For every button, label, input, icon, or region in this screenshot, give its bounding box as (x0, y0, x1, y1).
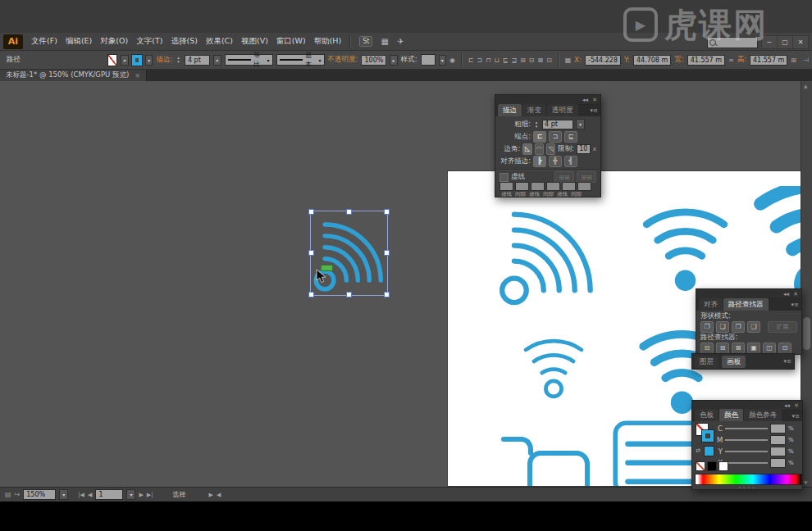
expand-button[interactable]: 扩展 (768, 321, 797, 333)
style-dropdown-icon[interactable]: ▾ (439, 55, 446, 66)
tab-layers[interactable]: 图层 (695, 356, 718, 368)
minus-front-icon[interactable]: ❏ (716, 321, 729, 333)
stroke-panel-close-icon[interactable]: ✕ (592, 97, 597, 103)
more-options-icon[interactable]: ⊞ (791, 57, 796, 64)
stroke-weight-dropdown-icon[interactable]: ▾ (213, 55, 221, 66)
menu-file[interactable]: 文件(F) (31, 36, 57, 47)
collapse-control-bar-icon[interactable]: ⊣ (803, 57, 809, 64)
align-right-icon[interactable]: ⊓ (486, 57, 490, 64)
tab-transparency[interactable]: 透明度 (547, 104, 578, 116)
color-panel-resize-grip[interactable]: •••• (692, 484, 802, 490)
tab-color-guide[interactable]: 颜色参考 (744, 409, 782, 421)
menu-edit[interactable]: 编辑(E) (66, 36, 92, 47)
width-field[interactable]: 41.557 m (687, 55, 725, 66)
exclude-icon[interactable]: ❑ (747, 321, 760, 333)
align-left-icon[interactable]: ⊏ (468, 57, 474, 64)
distribute-4-icon[interactable]: ⊡ (546, 57, 552, 64)
corner-round-icon[interactable]: ◠ (535, 143, 544, 155)
selection-handle-w[interactable] (308, 250, 314, 256)
align-center-icon[interactable]: ⊐ (477, 57, 483, 64)
scroll-up-icon[interactable]: ▲ (804, 83, 808, 88)
stroke-color-dropdown-icon[interactable]: ▾ (145, 55, 153, 66)
document-close-icon[interactable]: × (135, 72, 140, 79)
white-swatch[interactable] (718, 461, 728, 471)
status-share-icon[interactable]: ↪ (15, 491, 21, 498)
tab-color[interactable]: 颜色 (719, 409, 743, 421)
color-panel-menu-icon[interactable]: ▾≡ (792, 413, 800, 420)
weight-field[interactable]: 4 pt (542, 120, 573, 129)
menu-object[interactable]: 对象(O) (100, 36, 128, 47)
tab-align[interactable]: 对齐 (699, 298, 723, 311)
stroke-panel-menu-icon[interactable]: ▾≡ (591, 107, 598, 114)
tab-swatches[interactable]: 色板 (695, 409, 718, 421)
artboard-dropdown-icon[interactable]: ▾ (126, 489, 135, 500)
crop-icon[interactable]: ▣ (747, 343, 760, 354)
dash-align-icon[interactable]: ⊞⊞ (577, 171, 596, 183)
weight-dropdown-icon[interactable]: ▾ (576, 119, 585, 129)
first-artboard-icon[interactable]: |◀ (78, 492, 84, 498)
canvas[interactable]: ▲ ▼ (0, 81, 812, 487)
stroke-weight-stepper[interactable]: ▴▾ (176, 56, 181, 64)
distribute-1-icon[interactable]: ⊞ (520, 57, 526, 64)
channel-y-field[interactable] (770, 447, 786, 456)
last-artboard-icon[interactable]: ▶| (147, 492, 153, 498)
menu-view[interactable]: 视图(V) (241, 36, 268, 47)
cap-projecting-icon[interactable]: ⊑ (564, 131, 577, 143)
cap-round-icon[interactable]: ⊐ (549, 131, 562, 143)
cart-outline-icon[interactable] (497, 432, 591, 487)
none-swatch[interactable] (696, 461, 705, 471)
selection-handle-e[interactable] (384, 250, 390, 256)
selection-handle-sw[interactable] (308, 292, 314, 297)
gpu-performance-icon[interactable]: ✈ (397, 37, 404, 46)
opacity-dropdown-icon[interactable]: ▸ (390, 55, 397, 66)
stroke-weight-field[interactable]: 4 pt (185, 55, 210, 66)
x-field[interactable]: -544.228 (585, 55, 621, 66)
vertical-scroll-thumb[interactable] (803, 317, 810, 350)
selection-handle-nw[interactable] (308, 209, 314, 215)
align-bottom-icon[interactable]: ⊒ (511, 57, 517, 64)
fill-swatch[interactable] (107, 54, 118, 66)
color-panel-close-icon[interactable]: ✕ (794, 402, 799, 409)
menu-select[interactable]: 选择(S) (171, 36, 197, 47)
transform-panel-icon[interactable]: ▦ (565, 57, 572, 64)
stroke-weight-label[interactable]: 描边: (156, 55, 172, 65)
corner-bevel-icon[interactable]: ◹ (546, 143, 555, 155)
dashed-line-checkbox[interactable] (500, 173, 509, 182)
zoom-dropdown-icon[interactable]: ▾ (59, 489, 68, 500)
hscroll-right-icon[interactable]: ▶ (209, 492, 213, 498)
cap-butt-icon[interactable]: ⊏ (533, 131, 546, 143)
hscroll-left-icon[interactable]: ◀ (217, 492, 221, 498)
channel-k-field[interactable] (770, 458, 786, 468)
scroll-down-icon[interactable]: ▼ (804, 479, 808, 485)
divide-icon[interactable]: ⊟ (700, 343, 714, 354)
weight-stepper[interactable]: ▴▾ (533, 120, 540, 129)
close-button[interactable]: ✕ (792, 35, 809, 49)
pathfinder-collapse-icon[interactable]: ◂◂ (783, 291, 789, 297)
dash-field-2[interactable] (531, 182, 545, 191)
channel-k-slider[interactable] (725, 462, 768, 464)
menu-type[interactable]: 文字(T) (136, 36, 162, 47)
color-stroke-blue-swatch[interactable] (702, 430, 714, 442)
channel-y-slider[interactable] (725, 451, 768, 452)
wifi-classic-icon[interactable] (625, 199, 746, 296)
unite-icon[interactable]: ❐ (700, 321, 714, 333)
tab-gradient[interactable]: 渐变 (522, 104, 546, 116)
width-profile-dropdown[interactable]: 等比 ▾ (225, 54, 273, 66)
gap-field-1[interactable] (515, 182, 529, 191)
distribute-3-icon[interactable]: ⊠ (538, 57, 544, 64)
corner-miter-icon[interactable]: ◺ (522, 143, 531, 155)
miter-limit-field[interactable]: 10 (577, 144, 591, 154)
align-inside-stroke-icon[interactable]: ╬ (549, 156, 562, 167)
height-field[interactable]: 41.557 m (750, 55, 787, 66)
y-field[interactable]: 44.708 m (633, 55, 671, 66)
layers-bar-menu-icon[interactable]: ▾≡ (784, 358, 791, 365)
selection-handle-ne[interactable] (384, 209, 390, 215)
artboard-number-field[interactable]: 1 (95, 489, 123, 500)
swap-fill-stroke-icon[interactable]: ⇄ (696, 447, 700, 454)
channel-c-field[interactable] (770, 424, 786, 433)
wifi-thin-icon[interactable] (503, 322, 604, 401)
channel-c-slider[interactable] (725, 428, 768, 429)
tab-pathfinder[interactable]: 路径查找器 (723, 298, 769, 311)
black-swatch[interactable] (707, 461, 717, 471)
gap-field-3[interactable] (577, 182, 591, 191)
